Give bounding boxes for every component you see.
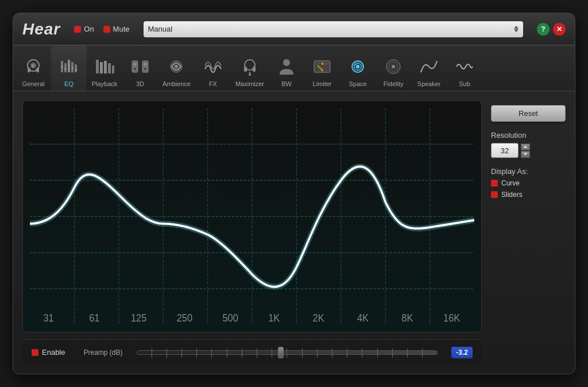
down-arrow-icon (523, 153, 528, 156)
svg-rect-17 (104, 61, 107, 73)
svg-text:500: 500 (222, 312, 238, 324)
eq-icon (57, 55, 80, 78)
tick (272, 349, 272, 358)
tab-fidelity[interactable]: Fidelity (376, 45, 411, 91)
svg-rect-16 (100, 62, 103, 73)
svg-rect-36 (316, 63, 318, 65)
bottom-bar: Enable Preamp (dB) (22, 339, 482, 365)
resolution-up-button[interactable] (521, 144, 530, 150)
sub-icon (453, 55, 476, 78)
waves-icon (202, 55, 225, 78)
display-as-label: Display As: (491, 167, 566, 176)
tabs-bar: 2 General EQ (13, 45, 575, 91)
tick (302, 349, 303, 358)
svg-rect-29 (244, 67, 247, 72)
svg-rect-37 (319, 63, 320, 65)
slider-thumb[interactable] (278, 347, 284, 358)
tick (181, 349, 182, 358)
tab-limiter-label: Limiter (313, 80, 332, 87)
tab-3d[interactable]: 3D (122, 45, 158, 91)
tab-ambience[interactable]: Ambience (158, 45, 195, 91)
curve-icon (417, 55, 440, 78)
tab-eq[interactable]: EQ (51, 45, 87, 91)
on-label: On (84, 25, 94, 33)
svg-text:31: 31 (43, 312, 53, 324)
tab-playback[interactable]: Playback (87, 45, 122, 91)
tab-speaker[interactable]: Speaker (411, 45, 447, 91)
bars-icon (93, 55, 116, 78)
svg-text:125: 125 (131, 312, 146, 324)
svg-rect-38 (322, 63, 323, 65)
tab-sub-label: Sub (459, 80, 470, 87)
tab-ambience-label: Ambience (163, 80, 191, 87)
tab-maximizer[interactable]: Maximizer (231, 45, 269, 91)
help-button[interactable]: ? (537, 23, 550, 36)
svg-rect-9 (75, 64, 77, 72)
sliders-radio (491, 191, 498, 198)
slider-ticks (137, 349, 438, 358)
tab-fx-label: FX (209, 80, 217, 87)
tab-general[interactable]: 2 General (16, 45, 51, 91)
on-button[interactable]: On (74, 25, 94, 33)
arrow-down-icon (514, 29, 519, 32)
enable-button[interactable]: Enable (32, 348, 65, 357)
tab-3d-label: 3D (136, 80, 144, 87)
arrow-up-icon (514, 26, 519, 29)
mute-indicator (103, 26, 110, 33)
svg-text:2K: 2K (313, 312, 325, 324)
curve-radio (491, 180, 498, 187)
curve-option[interactable]: Curve (491, 179, 566, 187)
enable-label: Enable (42, 348, 65, 357)
eq-graph[interactable]: 31 61 125 250 500 1K 2K 4K 8K 16K (22, 100, 482, 332)
right-panel: Reset Resolution 32 Dis (491, 100, 566, 365)
header: Hear On Mute Manual ? ✕ (13, 13, 575, 45)
eq-svg: 31 61 125 250 500 1K 2K 4K 8K 16K (30, 108, 474, 325)
svg-text:2: 2 (32, 64, 34, 68)
sliders-option[interactable]: Sliders (491, 191, 566, 199)
svg-rect-18 (108, 63, 111, 73)
tick (152, 349, 152, 358)
dropdown-arrows (514, 26, 519, 32)
person-icon (275, 55, 298, 78)
svg-text:8K: 8K (401, 312, 413, 324)
reset-button[interactable]: Reset (491, 105, 566, 122)
svg-point-32 (249, 73, 251, 76)
speakers-icon (129, 55, 152, 78)
header-right: ? ✕ (537, 23, 566, 36)
close-button[interactable]: ✕ (553, 23, 566, 36)
headphones-icon: 2 (22, 55, 45, 78)
svg-point-35 (321, 69, 323, 71)
tab-sub[interactable]: Sub (447, 45, 482, 91)
svg-point-22 (133, 67, 137, 71)
tick (377, 349, 378, 358)
svg-text:1K: 1K (268, 312, 280, 324)
tab-bw[interactable]: BW (269, 45, 304, 91)
tick (167, 349, 167, 358)
svg-rect-1 (28, 68, 30, 72)
svg-point-43 (356, 65, 359, 68)
robot-icon (346, 55, 369, 78)
tab-bw-label: BW (281, 80, 292, 87)
tab-space[interactable]: Space (340, 45, 376, 91)
tick (422, 349, 423, 358)
mute-button[interactable]: Mute (103, 25, 130, 33)
svg-rect-10 (61, 66, 63, 67)
preamp-value: -3.2 (451, 347, 473, 358)
headset-icon (238, 55, 261, 78)
resolution-control: 32 (491, 143, 566, 158)
eq-section: 31 61 125 250 500 1K 2K 4K 8K 16K Enable (22, 100, 482, 365)
tab-fx[interactable]: FX (195, 45, 231, 91)
vinyl-icon (382, 55, 405, 78)
preamp-slider[interactable] (137, 350, 438, 355)
tab-speaker-label: Speaker (417, 80, 441, 87)
preset-dropdown[interactable]: Manual (144, 21, 523, 37)
svg-rect-12 (68, 65, 69, 66)
notes-icon (165, 55, 188, 78)
svg-rect-15 (96, 60, 99, 73)
svg-rect-14 (75, 69, 76, 71)
tab-limiter[interactable]: Limiter (304, 45, 340, 91)
display-as-section: Display As: Curve Sliders (491, 167, 566, 199)
preset-value: Manual (148, 25, 173, 33)
resolution-down-button[interactable] (521, 151, 530, 158)
main-content: 31 61 125 250 500 1K 2K 4K 8K 16K Enable (13, 91, 575, 374)
